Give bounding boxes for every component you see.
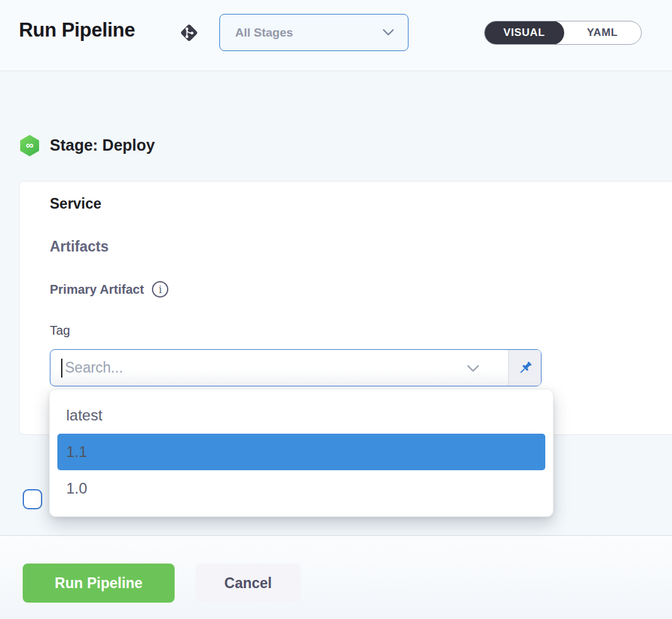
pin-button[interactable] bbox=[508, 350, 541, 386]
footer: Run Pipeline Cancel bbox=[0, 535, 672, 619]
artifacts-heading: Artifacts bbox=[50, 238, 108, 255]
git-icon bbox=[178, 22, 200, 43]
tag-dropdown-menu: latest 1.1 1.0 bbox=[49, 389, 553, 517]
text-cursor bbox=[61, 359, 62, 378]
dropdown-item-1-0[interactable]: 1.0 bbox=[50, 470, 553, 507]
tag-combobox[interactable]: Search... bbox=[50, 349, 542, 386]
primary-artifact-row: Primary Artifact i bbox=[50, 281, 168, 298]
page-title: Run Pipeline bbox=[19, 19, 135, 42]
cd-stage-hexagon-icon: ∞ bbox=[20, 135, 39, 156]
toggle-yaml[interactable]: YAML bbox=[564, 21, 641, 44]
cancel-button[interactable]: Cancel bbox=[195, 564, 301, 603]
dropdown-item-1-1[interactable]: 1.1 bbox=[57, 434, 545, 470]
pin-icon bbox=[517, 360, 533, 376]
primary-artifact-label: Primary Artifact bbox=[50, 282, 144, 297]
infinity-glyph: ∞ bbox=[26, 140, 33, 151]
chevron-down-icon[interactable] bbox=[467, 365, 479, 373]
dropdown-item-latest[interactable]: latest bbox=[50, 397, 553, 434]
visual-yaml-toggle: VISUAL YAML bbox=[484, 21, 642, 45]
tag-search-placeholder: Search... bbox=[65, 359, 123, 376]
checkbox-unchecked[interactable] bbox=[23, 489, 42, 509]
all-stages-select[interactable]: All Stages bbox=[219, 14, 408, 51]
tag-label: Tag bbox=[50, 323, 70, 338]
toggle-visual[interactable]: VISUAL bbox=[484, 21, 564, 45]
info-icon[interactable]: i bbox=[152, 281, 168, 298]
stage-label: Stage: Deploy bbox=[50, 136, 155, 154]
chevron-down-icon bbox=[383, 29, 394, 36]
all-stages-selected-value: All Stages bbox=[235, 26, 293, 40]
run-pipeline-button[interactable]: Run Pipeline bbox=[23, 564, 175, 603]
header: Run Pipeline All Stages VISUAL YAML bbox=[0, 0, 672, 71]
service-heading: Service bbox=[50, 195, 101, 212]
